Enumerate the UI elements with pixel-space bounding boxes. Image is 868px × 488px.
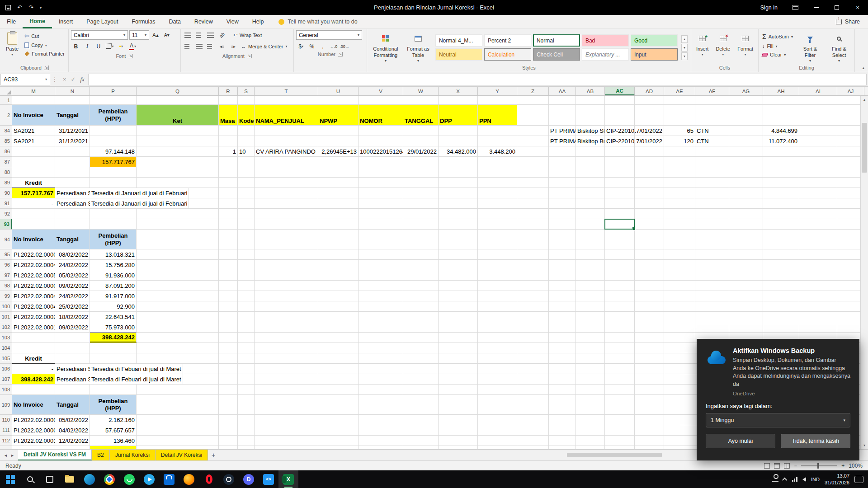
cell-S2[interactable]: Kode — [238, 105, 255, 126]
cell-S87[interactable] — [238, 157, 255, 167]
cell-AF88[interactable] — [695, 167, 729, 178]
cell-Z97[interactable] — [517, 270, 549, 281]
cell-Y84[interactable] — [478, 126, 517, 136]
cell-Q110[interactable] — [137, 415, 219, 425]
cell-Q89[interactable] — [137, 178, 219, 188]
cell-V2[interactable]: NOMOR — [359, 105, 403, 126]
cell-AD100[interactable] — [635, 301, 664, 312]
cell-W98[interactable] — [403, 281, 439, 291]
decrease-font-button[interactable]: A▾ — [162, 30, 172, 40]
cell-AC107[interactable] — [605, 374, 635, 385]
cell-AC106[interactable] — [605, 364, 635, 374]
cell-U112[interactable] — [318, 436, 359, 446]
increase-indent-button[interactable]: ≡▸ — [228, 42, 238, 51]
cell-M105[interactable]: Kredit — [12, 353, 55, 364]
scroll-down-arrow[interactable]: ▾ — [861, 441, 868, 449]
cell-AF100[interactable] — [695, 301, 729, 312]
cell-AF86[interactable] — [695, 146, 729, 157]
row-header-106[interactable]: 106 — [0, 364, 12, 374]
autosum-button[interactable]: ΣAutoSum▾ — [761, 32, 794, 41]
cell-AC99[interactable] — [605, 291, 635, 301]
cell-AA110[interactable] — [549, 415, 576, 425]
cell-W105[interactable] — [403, 353, 439, 364]
format-as-table-button[interactable]: Format as Table▾ — [404, 30, 433, 65]
cell-AD109[interactable] — [635, 395, 664, 415]
cell-AE93[interactable] — [664, 219, 695, 230]
cell-R107[interactable] — [219, 374, 238, 385]
whatsapp-taskbar-icon[interactable] — [119, 470, 139, 488]
cell-V1[interactable] — [359, 96, 403, 105]
number-dialog-launcher[interactable]: ↘ — [338, 52, 343, 56]
cell-V84[interactable] — [359, 126, 403, 136]
cell-AI97[interactable] — [799, 270, 837, 281]
cell-AH96[interactable] — [763, 260, 799, 270]
cell-U88[interactable] — [318, 167, 359, 178]
cell-N99[interactable]: 24/02/2022 — [55, 291, 90, 301]
cell-R105[interactable] — [219, 353, 238, 364]
cell-AC94[interactable] — [605, 230, 635, 249]
align-right-button[interactable] — [206, 42, 216, 51]
row-header-1[interactable]: 1 — [0, 96, 12, 105]
volume-icon[interactable] — [802, 477, 806, 482]
cell-AI101[interactable] — [799, 312, 837, 322]
cell-U109[interactable] — [318, 395, 359, 415]
row-header-2[interactable]: 2 — [0, 105, 12, 126]
column-header-X[interactable]: X — [439, 87, 478, 95]
fill-color-button[interactable]: ▾ — [116, 42, 126, 51]
save-icon[interactable] — [5, 5, 11, 10]
zoom-slider-thumb[interactable] — [817, 463, 819, 469]
enter-formula-icon[interactable]: ✓ — [71, 76, 76, 83]
cell-R93[interactable] — [219, 219, 238, 230]
cell-AH90[interactable] — [763, 188, 799, 198]
page-layout-view-button[interactable] — [774, 463, 780, 469]
cell-AF99[interactable] — [695, 291, 729, 301]
cell-V93[interactable] — [359, 219, 403, 230]
cell-M87[interactable] — [12, 157, 55, 167]
cell-S101[interactable] — [238, 312, 255, 322]
cell-Z102[interactable] — [517, 322, 549, 333]
cell-AC105[interactable] — [605, 353, 635, 364]
cell-Q98[interactable] — [137, 281, 219, 291]
name-box[interactable]: AC93▾ — [0, 74, 50, 85]
cell-R113[interactable] — [219, 446, 238, 449]
cell-Z87[interactable] — [517, 157, 549, 167]
cell-M101[interactable]: PI.2022.02.00023 — [12, 312, 55, 322]
cell-AF85[interactable]: CTN — [695, 136, 729, 146]
cell-N110[interactable]: 05/02/2022 — [55, 415, 90, 425]
cell-R92[interactable] — [219, 209, 238, 219]
cell-R98[interactable] — [219, 281, 238, 291]
cell-R89[interactable] — [219, 178, 238, 188]
cell-AE113[interactable] — [664, 446, 695, 449]
cell-AD2[interactable] — [635, 105, 664, 126]
cell-AA2[interactable] — [549, 105, 576, 126]
cell-P1[interactable] — [90, 96, 137, 105]
cell-AB98[interactable] — [576, 281, 605, 291]
cell-AB92[interactable] — [576, 209, 605, 219]
cell-W87[interactable] — [403, 157, 439, 167]
cell-M112[interactable]: PI.2022.02.00010 — [12, 436, 55, 446]
column-header-AC[interactable]: AC — [605, 87, 635, 95]
decrease-decimal-button[interactable]: .00→ — [340, 42, 349, 51]
cell-AE102[interactable] — [664, 322, 695, 333]
cell-AE88[interactable] — [664, 167, 695, 178]
cell-AG86[interactable] — [729, 146, 763, 157]
cell-AB101[interactable] — [576, 312, 605, 322]
sheet-scroll-right-icon[interactable]: ▸ — [11, 453, 14, 458]
cell-AC100[interactable] — [605, 301, 635, 312]
cell-S1[interactable] — [238, 96, 255, 105]
cell-P93[interactable] — [90, 219, 137, 230]
cell-W94[interactable] — [403, 230, 439, 249]
cell-AH89[interactable] — [763, 178, 799, 188]
row-header-85[interactable]: 85 — [0, 136, 12, 146]
cell-Q2[interactable]: Ket — [137, 105, 219, 126]
cell-AH87[interactable] — [763, 157, 799, 167]
formula-bar-splitter[interactable]: ⋮ — [50, 76, 59, 83]
cell-AB84[interactable]: Biskitop Sti — [576, 126, 605, 136]
cell-X104[interactable] — [439, 343, 478, 353]
cell-AG85[interactable] — [729, 136, 763, 146]
cell-P88[interactable] — [90, 167, 137, 178]
cell-Y89[interactable] — [478, 178, 517, 188]
tab-data[interactable]: Data — [162, 15, 187, 28]
cell-AC88[interactable] — [605, 167, 635, 178]
column-header-AI[interactable]: AI — [799, 87, 837, 95]
